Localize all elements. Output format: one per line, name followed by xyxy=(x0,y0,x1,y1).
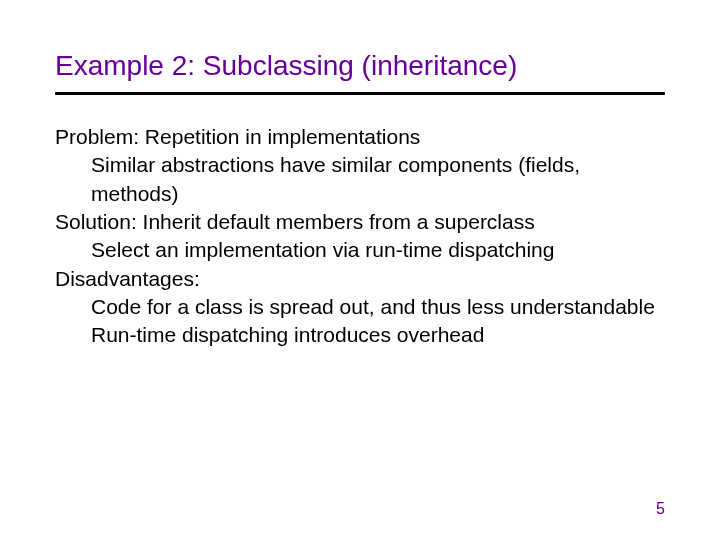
disadvantage-1: Code for a class is spread out, and thus… xyxy=(91,293,665,321)
disadvantage-2: Run-time dispatching introduces overhead xyxy=(91,321,665,349)
solution-detail: Select an implementation via run-time di… xyxy=(91,236,665,264)
slide-body: Problem: Repetition in implementations S… xyxy=(55,123,665,350)
solution-label: Solution: Inherit default members from a… xyxy=(55,208,665,236)
disadvantages-label: Disadvantages: xyxy=(55,265,665,293)
slide-title: Example 2: Subclassing (inheritance) xyxy=(55,50,665,82)
title-underline xyxy=(55,92,665,95)
page-number: 5 xyxy=(656,500,665,518)
problem-detail: Similar abstractions have similar compon… xyxy=(91,151,665,208)
slide: Example 2: Subclassing (inheritance) Pro… xyxy=(0,0,720,540)
problem-label: Problem: Repetition in implementations xyxy=(55,123,665,151)
